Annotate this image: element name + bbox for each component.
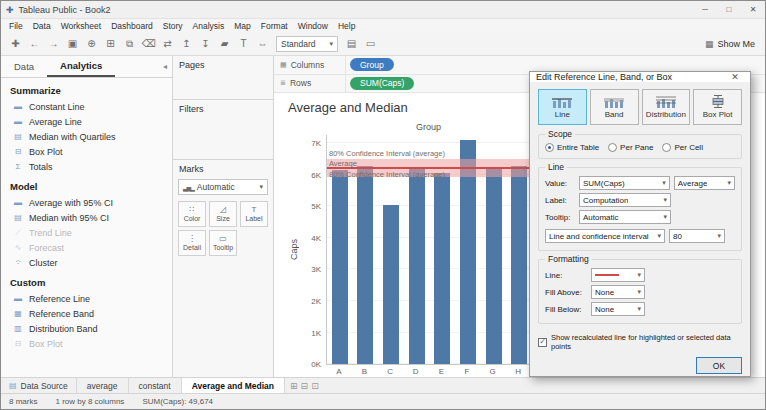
cards-column: Pages Filters Marks ▃▅▂ Automatic ▾ ∷ Co… xyxy=(173,56,274,377)
minimize-button[interactable]: ─ xyxy=(693,1,717,18)
mark-button-label: Label xyxy=(245,215,262,222)
mark-button-label: Tooltip xyxy=(213,244,233,251)
menu-worksheet[interactable]: Worksheet xyxy=(56,21,106,31)
fill-below-select[interactable]: None▾ xyxy=(591,302,645,316)
size-button[interactable]: ◿ Size xyxy=(209,201,237,227)
line-type-button[interactable]: Line xyxy=(538,89,587,125)
duplicate-icon[interactable]: ⧉ xyxy=(121,35,138,53)
edit-reference-line-dialog: Edit Reference Line, Band, or Box ✕ Line… xyxy=(529,71,751,377)
detail-button[interactable]: ⋮ Detail xyxy=(178,230,206,256)
analytics-item-cluster[interactable]: ⁘ Cluster xyxy=(1,255,172,270)
presentation-mode-icon[interactable]: ▭ xyxy=(362,35,379,53)
group-pill[interactable]: Group xyxy=(350,58,394,71)
new-worksheet-icon[interactable]: ⊞ xyxy=(290,381,298,391)
section-model: Model xyxy=(1,174,172,195)
dialog-close-icon[interactable]: ✕ xyxy=(726,72,744,82)
menu-dashboard[interactable]: Dashboard xyxy=(106,21,158,31)
menu-story[interactable]: Story xyxy=(158,21,188,31)
swap-rows-columns-icon[interactable]: ⇄ xyxy=(159,35,176,53)
show-hide-cards-icon[interactable]: ▤ xyxy=(343,35,360,53)
average-ci-icon: ▬ xyxy=(13,198,23,207)
menu-format[interactable]: Format xyxy=(256,21,293,31)
sort-ascending-icon[interactable]: ↥ xyxy=(178,35,195,53)
save-icon[interactable]: ▣ xyxy=(64,35,81,53)
fill-above-select[interactable]: None▾ xyxy=(591,285,645,299)
tab-average[interactable]: average xyxy=(77,378,129,393)
aggregation-select[interactable]: Average▾ xyxy=(674,176,735,190)
scope-per-cell-radio[interactable]: Per Cell xyxy=(662,143,702,152)
analytics-item-median-ci[interactable]: ▤ Median with 95% CI xyxy=(1,210,172,225)
data-source-tab[interactable]: ▤ Data Source xyxy=(1,378,77,393)
median-ci-icon: ▤ xyxy=(13,213,23,222)
distribution-type-button[interactable]: Distribution xyxy=(642,89,691,125)
menu-help[interactable]: Help xyxy=(333,21,360,31)
band-type-button[interactable]: Band xyxy=(590,89,639,125)
new-worksheet-icon[interactable]: ⊞ xyxy=(102,35,119,53)
show-mark-labels-icon[interactable]: T xyxy=(235,35,252,53)
ok-button[interactable]: OK xyxy=(696,357,742,374)
average-line[interactable] xyxy=(327,167,531,169)
tableau-logo-icon[interactable]: ✚ xyxy=(7,35,24,53)
analytics-item-box-plot-custom: ⊟ Box Plot xyxy=(1,336,172,351)
add-data-icon[interactable]: ⊕ xyxy=(83,35,100,53)
analytics-item-box-plot[interactable]: ⊟ Box Plot xyxy=(1,144,172,159)
analytics-item-average-line[interactable]: ▬ Average Line xyxy=(1,114,172,129)
tooltip-select[interactable]: Automatic▾ xyxy=(579,210,671,224)
analytics-item-distribution-band[interactable]: ▥ Distribution Band xyxy=(1,321,172,336)
tab-data[interactable]: Data xyxy=(1,56,47,77)
box-plot-type-button[interactable]: Box Plot xyxy=(693,89,742,125)
mark-type-dropdown[interactable]: ▃▅▂ Automatic ▾ xyxy=(178,179,268,195)
collapse-pane-icon[interactable]: ◂ xyxy=(163,62,172,71)
menu-data[interactable]: Data xyxy=(28,21,56,31)
tab-average-and-median[interactable]: Average and Median xyxy=(182,378,285,393)
menu-window[interactable]: Window xyxy=(293,21,333,31)
color-button[interactable]: ∷ Color xyxy=(178,201,206,227)
bar-h[interactable] xyxy=(511,166,527,364)
bar-c[interactable] xyxy=(383,205,399,364)
analytics-item-reference-line[interactable]: ▬ Reference Line xyxy=(1,291,172,306)
highlight-icon[interactable]: ▰ xyxy=(216,35,233,53)
bar-a[interactable] xyxy=(332,170,348,364)
interval-type-select[interactable]: Line and confidence interval▾ xyxy=(545,229,665,243)
menu-analysis[interactable]: Analysis xyxy=(188,21,230,31)
bar-d[interactable] xyxy=(409,169,425,364)
label-select[interactable]: Computation▾ xyxy=(579,193,671,207)
sum-caps-pill[interactable]: SUM(Caps) xyxy=(350,77,414,90)
maximize-button[interactable]: □ xyxy=(717,1,741,18)
scope-per-pane-radio[interactable]: Per Pane xyxy=(608,143,653,152)
bar-b[interactable] xyxy=(357,166,373,364)
analytics-item-average-ci[interactable]: ▬ Average with 95% CI xyxy=(1,195,172,210)
dialog-title-bar[interactable]: Edit Reference Line, Band, or Box ✕ xyxy=(530,72,750,82)
analytics-item-label: Median with Quartiles xyxy=(29,132,116,142)
tooltip-button[interactable]: ▭ Tooltip xyxy=(209,230,237,256)
interval-percent-select[interactable]: 80▾ xyxy=(669,229,725,243)
redo-icon[interactable]: → xyxy=(45,35,62,53)
new-dashboard-icon[interactable]: ⊟ xyxy=(301,381,309,391)
new-story-icon[interactable]: ⊡ xyxy=(311,381,319,391)
line-format-select[interactable]: ▾ xyxy=(591,268,645,282)
undo-icon[interactable]: ← xyxy=(26,35,43,53)
value-select[interactable]: SUM(Caps)▾ xyxy=(579,176,670,190)
clear-sheet-icon[interactable]: ⌫ xyxy=(140,35,157,53)
sort-descending-icon[interactable]: ↧ xyxy=(197,35,214,53)
bar-g[interactable] xyxy=(486,169,502,364)
label-button[interactable]: T Label xyxy=(240,201,268,227)
filters-card[interactable]: Filters xyxy=(173,100,273,160)
fit-dropdown[interactable]: Standard ▾ xyxy=(276,36,338,52)
plot-area: 80% Confidence Interval (average) Averag… xyxy=(326,135,531,365)
menu-map[interactable]: Map xyxy=(229,21,256,31)
close-button[interactable]: ✕ xyxy=(741,1,765,18)
menu-file[interactable]: File xyxy=(4,21,28,31)
analytics-item-constant-line[interactable]: ▬ Constant Line xyxy=(1,99,172,114)
fix-axes-icon[interactable]: ⇔ xyxy=(254,35,271,53)
show-me-button[interactable]: ▦ Show Me xyxy=(701,39,759,49)
tab-constant[interactable]: constant xyxy=(129,378,182,393)
recalculated-line-checkbox[interactable]: ✓ Show recalculated line for highlighted… xyxy=(538,333,742,351)
bar-e[interactable] xyxy=(434,173,450,364)
tab-analytics[interactable]: Analytics xyxy=(47,56,115,77)
analytics-item-totals[interactable]: Σ Totals xyxy=(1,159,172,174)
analytics-item-reference-band[interactable]: ▦ Reference Band xyxy=(1,306,172,321)
analytics-item-median-quartiles[interactable]: ▤ Median with Quartiles xyxy=(1,129,172,144)
scope-entire-table-radio[interactable]: Entire Table xyxy=(545,143,599,152)
pages-card[interactable]: Pages xyxy=(173,56,273,100)
